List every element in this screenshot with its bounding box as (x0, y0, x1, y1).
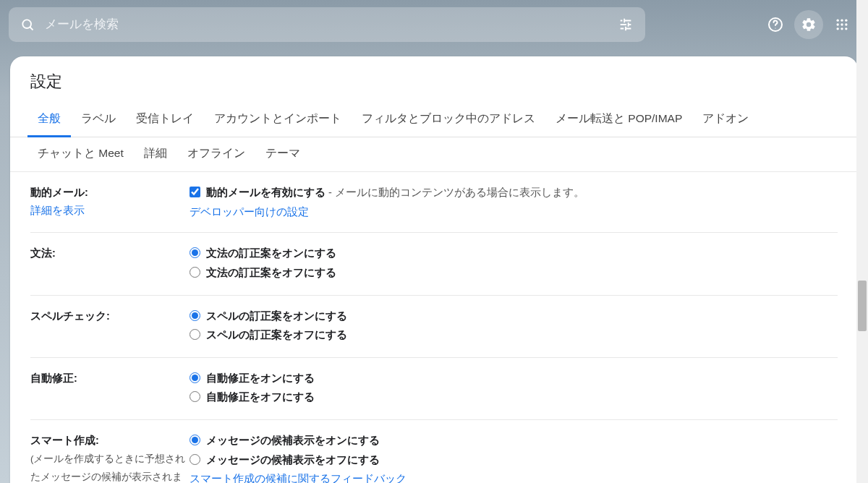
section-body: スペルの訂正案をオンにする スペルの訂正案をオフにする (190, 307, 838, 346)
section-grammar: 文法: 文法の訂正案をオンにする 文法の訂正案をオフにする (30, 233, 838, 295)
autocorrect-on-radio[interactable] (190, 372, 200, 383)
tab-inbox[interactable]: 受信トレイ (126, 103, 204, 137)
tab-forwarding[interactable]: メール転送と POP/IMAP (545, 103, 692, 137)
autocorrect-on-label: 自動修正をオンにする (206, 369, 315, 388)
section-autocorrect: 自動修正: 自動修正をオンにする 自動修正をオフにする (30, 358, 838, 420)
search-bar[interactable] (9, 7, 645, 42)
section-label: スマート作成: (メールを作成するときに予想されたメッセージの候補が表示されます… (30, 432, 190, 483)
scrollbar-track[interactable] (856, 0, 868, 483)
tab-advanced[interactable]: 詳細 (134, 137, 177, 172)
smart-off-label: メッセージの候補表示をオフにする (206, 451, 380, 469)
tab-themes[interactable]: テーマ (255, 137, 310, 172)
page-title: 設定 (10, 56, 858, 103)
settings-panel: 設定 全般 ラベル 受信トレイ アカウントとインポート フィルタとブロック中のア… (10, 56, 858, 483)
spell-label: スペルチェック: (30, 310, 110, 322)
tab-addons[interactable]: アドオン (692, 103, 759, 137)
spell-on-label: スペルの訂正案をオンにする (206, 307, 347, 325)
spell-on-radio[interactable] (190, 310, 200, 321)
section-smart-compose: スマート作成: (メールを作成するときに予想されたメッセージの候補が表示されます… (30, 420, 838, 483)
section-body: メッセージの候補表示をオンにする メッセージの候補表示をオフにする スマート作成… (190, 432, 838, 483)
tabs-row-1: 全般 ラベル 受信トレイ アカウントとインポート フィルタとブロック中のアドレス… (10, 103, 858, 137)
tabs-row-2: チャットと Meet 詳細 オフライン テーマ (10, 137, 858, 172)
dev-settings-link[interactable]: デベロッパー向けの設定 (190, 206, 309, 218)
svg-point-0 (22, 20, 31, 28)
tab-labels[interactable]: ラベル (71, 103, 126, 137)
search-icon (20, 17, 35, 32)
tab-accounts[interactable]: アカウントとインポート (204, 103, 352, 137)
svg-line-1 (30, 27, 33, 30)
smart-feedback-link[interactable]: スマート作成の候補に関するフィードバック (190, 473, 407, 483)
tab-chat-meet[interactable]: チャットと Meet (27, 137, 134, 172)
svg-point-6 (845, 20, 847, 22)
smart-on-radio[interactable] (190, 435, 200, 445)
settings-content: 動的メール: 詳細を表示 動的メールを有効にする - メールに動的コンテンツがあ… (10, 172, 858, 483)
svg-point-11 (841, 27, 843, 30)
grammar-off-radio[interactable] (190, 267, 200, 278)
spell-off-label: スペルの訂正案をオフにする (206, 326, 347, 344)
smart-off-radio[interactable] (190, 454, 200, 465)
grammar-on-label: 文法の訂正案をオンにする (206, 244, 336, 262)
dynamic-mail-checkbox-label: 動的メールを有効にする (206, 187, 326, 198)
dynamic-mail-label: 動的メール: (30, 187, 88, 198)
smart-label: スマート作成: (30, 435, 99, 446)
top-bar (0, 0, 868, 49)
section-label: スペルチェック: (30, 307, 190, 346)
topbar-actions (761, 10, 859, 39)
svg-point-5 (841, 20, 843, 22)
dynamic-details-link[interactable]: 詳細を表示 (30, 205, 85, 216)
svg-point-8 (841, 23, 843, 25)
section-label: 文法: (30, 244, 190, 283)
section-spellcheck: スペルチェック: スペルの訂正案をオンにする スペルの訂正案をオフにする (30, 296, 838, 358)
section-label: 動的メール: 詳細を表示 (30, 184, 190, 221)
autocorrect-off-radio[interactable] (190, 391, 200, 402)
spell-off-radio[interactable] (190, 329, 200, 340)
tune-icon[interactable] (618, 17, 634, 33)
section-dynamic-mail: 動的メール: 詳細を表示 動的メールを有効にする - メールに動的コンテンツがあ… (30, 172, 838, 233)
dynamic-mail-checkbox[interactable] (190, 187, 200, 197)
svg-point-7 (837, 23, 839, 25)
help-button[interactable] (761, 10, 790, 39)
smart-on-label: メッセージの候補表示をオンにする (206, 432, 380, 450)
section-body: 自動修正をオンにする 自動修正をオフにする (190, 369, 838, 408)
dynamic-mail-desc: - メールに動的コンテンツがある場合に表示します。 (326, 187, 584, 198)
tab-filters[interactable]: フィルタとブロック中のアドレス (352, 103, 545, 137)
settings-button[interactable] (794, 10, 823, 39)
section-body: 文法の訂正案をオンにする 文法の訂正案をオフにする (190, 244, 838, 283)
svg-point-4 (837, 20, 839, 22)
svg-point-12 (845, 27, 847, 30)
autocorrect-label: 自動修正: (30, 372, 77, 384)
svg-point-9 (845, 23, 847, 25)
scrollbar-thumb[interactable] (858, 281, 867, 331)
smart-sub: (メールを作成するときに予想されたメッセージの候補が表示されます) (30, 453, 186, 483)
section-label: 自動修正: (30, 369, 190, 408)
apps-button[interactable] (827, 10, 856, 39)
section-body: 動的メールを有効にする - メールに動的コンテンツがある場合に表示します。 デベ… (190, 184, 838, 221)
grammar-label: 文法: (30, 247, 56, 259)
grammar-on-radio[interactable] (190, 247, 200, 258)
grammar-off-label: 文法の訂正案をオフにする (206, 264, 336, 282)
tab-offline[interactable]: オフライン (177, 137, 255, 172)
svg-point-10 (837, 27, 839, 30)
autocorrect-off-label: 自動修正をオフにする (206, 388, 315, 406)
tab-general[interactable]: 全般 (27, 103, 71, 137)
svg-point-3 (775, 27, 775, 28)
search-input[interactable] (45, 17, 618, 32)
